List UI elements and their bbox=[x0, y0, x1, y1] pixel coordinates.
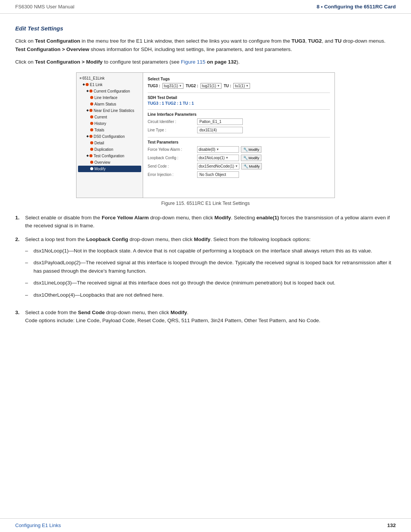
section-heading: Edit Test Settings bbox=[15, 25, 396, 32]
detail-panel: Select Tugs TUG3 : tug31(1) ▼ TUG2 : tug… bbox=[143, 73, 335, 198]
divider-1 bbox=[148, 93, 330, 93]
loopback-option-2: – dsx1PayloadLoop(2)—The received signal… bbox=[25, 259, 396, 275]
loopback-label: Loopback Config : bbox=[148, 156, 197, 160]
tree-item-e1link[interactable]: ◆ E1 Link bbox=[78, 81, 141, 88]
tu-select[interactable]: tu1(1) ▼ bbox=[233, 83, 250, 89]
force-yellow-select[interactable]: disable(0) ▼ bbox=[197, 146, 239, 153]
list-content-3: Select a code from the Send Code drop-do… bbox=[25, 308, 396, 325]
list-content-2: Select a loop test from the Loopback Con… bbox=[25, 235, 396, 303]
loopback-arrow-icon: ▼ bbox=[225, 156, 228, 160]
tree-item-duplication[interactable]: Duplication bbox=[78, 146, 141, 153]
sdh-value: TUG3 : 1 TUG2 : 1 TU : 1 bbox=[148, 101, 330, 105]
chapter-title: 8 • Configuring the 6511RC Card bbox=[317, 4, 396, 10]
loopback-select[interactable]: dsx1NoLoop(1) ▼ bbox=[197, 155, 239, 161]
tree-item-modify[interactable]: Modify bbox=[78, 166, 141, 172]
tree-panel: ■ 6511_E1Link ◆ E1 Link ◆ Current Config… bbox=[76, 73, 143, 198]
tug2-arrow-icon: ▼ bbox=[217, 84, 220, 88]
list-item-3: 3. Select a code from the Send Code drop… bbox=[15, 308, 396, 325]
tree-item-alarm-status[interactable]: Alarm Status bbox=[78, 101, 141, 107]
tree-item-history[interactable]: History bbox=[78, 120, 141, 127]
modify-icon-3: 🔧 bbox=[244, 164, 248, 168]
loopback-option-1: – dsx1NoLoop(1)—Not in the loopback stat… bbox=[25, 247, 396, 255]
manual-title: FS6300 NMS User Manual bbox=[15, 4, 74, 10]
test-params-label: Test Parameters bbox=[148, 140, 330, 144]
list-content-1: Select enable or disable from the Force … bbox=[25, 214, 396, 230]
tug2-select[interactable]: tug21(1) ▼ bbox=[201, 83, 221, 89]
tree-item-line-interface[interactable]: Line Interface bbox=[78, 94, 141, 101]
tug-select-row: TUG3 : tug31(1) ▼ TUG2 : tug21(1) ▼ TU : bbox=[148, 83, 330, 89]
loopback-modify-button[interactable]: 🔧 Modify bbox=[241, 155, 261, 161]
send-code-row: Send Code : dsx1SendNoCode(1) ▼ 🔧 Modify bbox=[148, 163, 330, 169]
circuit-id-label: Circuit Identifier : bbox=[148, 120, 197, 124]
list-item-1: 1. Select enable or disable from the For… bbox=[15, 214, 396, 230]
line-interface-section: Line Interface Parameters Circuit Identi… bbox=[148, 112, 330, 133]
error-injection-row: Error Injection : No Such Object bbox=[148, 171, 330, 178]
instruction-list: 1. Select enable or disable from the For… bbox=[15, 214, 396, 325]
line-interface-label: Line Interface Parameters bbox=[148, 112, 330, 117]
page-footer: Configuring E1 Links 132 bbox=[0, 518, 411, 532]
divider-3 bbox=[148, 137, 330, 137]
send-code-arrow-icon: ▼ bbox=[235, 165, 238, 168]
loopback-option-4: – dsx1OtherLoop(4)—Loopbacks that are no… bbox=[25, 291, 396, 299]
list-item-2: 2. Select a loop test from the Loopback … bbox=[15, 235, 396, 303]
click-instruction: Click on Test Configuration > Modify to … bbox=[15, 58, 396, 66]
error-injection-label: Error Injection : bbox=[148, 173, 197, 177]
list-num-1: 1. bbox=[15, 214, 25, 230]
select-tugs-label: Select Tugs bbox=[148, 77, 330, 81]
tug3-arrow-icon: ▼ bbox=[179, 84, 182, 88]
loopback-row: Loopback Config : dsx1NoLoop(1) ▼ 🔧 Modi… bbox=[148, 155, 330, 161]
tug2-label: TUG2 : bbox=[186, 84, 198, 88]
tree-item-current[interactable]: Current bbox=[78, 114, 141, 120]
loopback-options-list: – dsx1NoLoop(1)—Not in the loopback stat… bbox=[25, 247, 396, 299]
list-num-2: 2. bbox=[15, 235, 25, 303]
figure-caption: Figure 115. 6511RC E1 Link Test Settings bbox=[161, 201, 250, 206]
footer-page-number: 132 bbox=[387, 522, 396, 528]
tree-item-overview[interactable]: Overview bbox=[78, 159, 141, 166]
figure-link[interactable]: Figure 115 bbox=[181, 59, 206, 65]
modify-icon-2: 🔧 bbox=[243, 156, 248, 160]
send-code-label: Send Code : bbox=[148, 164, 197, 168]
main-content: Edit Test Settings Click on Test Configu… bbox=[0, 14, 411, 345]
tree-item-current-config[interactable]: ◆ Current Configuration bbox=[78, 88, 141, 94]
tree-item-totals[interactable]: Totals bbox=[78, 127, 141, 133]
sdh-label: SDH Test Detail bbox=[148, 95, 330, 100]
force-yellow-modify-button[interactable]: 🔧 Modify bbox=[241, 146, 261, 153]
figure-container: ■ 6511_E1Link ◆ E1 Link ◆ Current Config… bbox=[15, 72, 396, 206]
ui-screenshot: ■ 6511_E1Link ◆ E1 Link ◆ Current Config… bbox=[76, 72, 335, 198]
error-injection-field: No Such Object bbox=[197, 171, 239, 178]
force-yellow-row: Force Yellow Alarm : disable(0) ▼ 🔧 Modi… bbox=[148, 146, 330, 153]
tug3-label: TUG3 : bbox=[148, 84, 160, 88]
select-tugs-section: Select Tugs TUG3 : tug31(1) ▼ TUG2 : tug… bbox=[148, 77, 330, 89]
list-num-3: 3. bbox=[15, 308, 25, 325]
loopback-option-3: – dsx1LineLoop(3)—The received signal at… bbox=[25, 279, 396, 287]
tree-item-ds0[interactable]: ◆ DS0 Configuration bbox=[78, 133, 141, 140]
force-yellow-label: Force Yellow Alarm : bbox=[148, 147, 197, 152]
send-code-select[interactable]: dsx1SendNoCode(1) ▼ bbox=[197, 163, 239, 169]
circuit-id-row: Circuit Identifier : Patton_E1_1 bbox=[148, 118, 330, 125]
tree-root: ■ 6511_E1Link bbox=[78, 75, 141, 81]
body-paragraph-1: Click on Test Configuration in the menu … bbox=[15, 37, 396, 53]
test-params-section: Test Parameters Force Yellow Alarm : dis… bbox=[148, 140, 330, 178]
line-type-label: Line Type : bbox=[148, 128, 197, 132]
line-type-value: dsx1E1(4) bbox=[197, 127, 243, 133]
line-type-row: Line Type : dsx1E1(4) bbox=[148, 127, 330, 133]
tu-label: TU : bbox=[224, 84, 231, 88]
tu-arrow-icon: ▼ bbox=[245, 84, 249, 88]
divider-2 bbox=[148, 109, 330, 110]
tug3-select[interactable]: tug31(1) ▼ bbox=[162, 83, 183, 89]
tree-item-test-config[interactable]: ◆ Test Configuration bbox=[78, 153, 141, 159]
tree-item-detail[interactable]: Detail bbox=[78, 140, 141, 146]
tree-item-near-end[interactable]: ◆ Near End Line Statistics bbox=[78, 107, 141, 114]
page-header: FS6300 NMS User Manual 8 • Configuring t… bbox=[0, 0, 411, 14]
sdh-section: SDH Test Detail TUG3 : 1 TUG2 : 1 TU : 1 bbox=[148, 95, 330, 105]
send-code-modify-button[interactable]: 🔧 Modify bbox=[241, 163, 262, 169]
footer-left-text: Configuring E1 Links bbox=[15, 522, 61, 528]
modify-icon-1: 🔧 bbox=[243, 147, 248, 152]
circuit-id-value: Patton_E1_1 bbox=[197, 118, 243, 125]
force-yellow-arrow-icon: ▼ bbox=[216, 148, 219, 151]
